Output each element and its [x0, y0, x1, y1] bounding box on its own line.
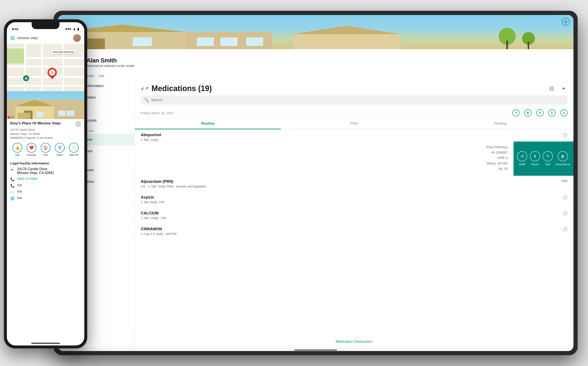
discontinue-icon: 🗑 — [558, 151, 568, 161]
med-item-alprazolam[interactable]: Alprazolam (PRN) 1/2 - 1 Tab / Daily PRN… — [135, 176, 573, 192]
legal-phone-row: 📞 (949) 273-5987 — [10, 177, 81, 181]
search-icon: 🔍 — [144, 98, 149, 102]
claim-button[interactable]: 🛡️ Claim — [55, 143, 65, 156]
med-search-input[interactable] — [151, 98, 564, 102]
facility-address-line2: Mission Viejo, Ca 92691 — [7, 132, 84, 136]
legal-email-row: ✉️ N/A — [10, 190, 81, 194]
signal-icon: ●●● — [65, 27, 71, 31]
med-search-area: 🔍 — [135, 96, 573, 107]
plus-icon[interactable]: + — [560, 85, 567, 92]
map-road — [7, 76, 84, 78]
legal-web: N/A — [17, 196, 22, 200]
svg-marker-1 — [16, 100, 54, 106]
tour-label: Tour — [43, 153, 48, 156]
claim-label: Claim — [56, 153, 63, 156]
aspirin-header: Aspirin 1 Tab /Daily -PM 🕐 — [141, 195, 567, 204]
resident-name: Alan Smith — [86, 57, 568, 64]
discontinue-button[interactable]: 🗑 Discontinue — [556, 151, 570, 166]
svg-rect-7 — [17, 113, 30, 119]
print-icon[interactable] — [548, 85, 556, 92]
expand-icon[interactable]: ↙↗ — [141, 86, 149, 91]
dollar-icon[interactable]: $ — [548, 109, 556, 116]
delete-icon[interactable]: 🗑 — [524, 109, 532, 116]
legal-phone[interactable]: (949) 273-5987 — [17, 177, 38, 180]
allopurinol-dose: 1 Tab / Daily — [141, 138, 161, 142]
tab-prn[interactable]: PRN — [281, 118, 427, 129]
resident-actions: Inactivate On Hold Fax — [58, 72, 573, 80]
allopurinol-detail: Rose Pharmacy Rx 1039507 Refill: 0 Stren… — [135, 142, 573, 176]
med-item-calcium[interactable]: CALCIUM 1 Tab / Daily - PM 🕐 — [135, 208, 573, 223]
calcium-name-area: CALCIUM 1 Tab / Daily - PM — [141, 211, 166, 220]
start-ap-button[interactable]: 📄 Start AP — [69, 143, 79, 156]
edit-med-button[interactable]: ✎ Edit — [543, 151, 553, 166]
medications-list: Allopurinol 1 Tab / Daily 🕐 Rose Pharmac… — [135, 129, 573, 336]
med-item-cinnamon[interactable]: CINNAMON 1 Cap 2 X Daily - AM-PM 🕐 — [135, 223, 573, 239]
legal-addr1: 24176 Carrillo Drive — [17, 167, 54, 171]
search-display: mission viejo — [17, 36, 71, 40]
refill-button[interactable]: ↺ Refill — [517, 151, 527, 166]
tab-floating[interactable]: Floating — [427, 118, 573, 129]
cinnamon-name-area: CINNAMON 1 Cap 2 X Daily - AM-PM — [141, 227, 177, 236]
aspirin-clock-icon: 🕐 — [563, 195, 567, 200]
svg-rect-5 — [58, 111, 66, 116]
alprazolam-dose: 1/2 - 1 Tab / Daily PRN - Anxiety and Ag… — [141, 184, 206, 188]
refresh-icon[interactable]: ↺ — [512, 109, 519, 116]
legal-email: N/A — [17, 190, 22, 193]
medication-destruction-link[interactable]: Medication Destruction — [336, 339, 373, 343]
svg-rect-18 — [220, 38, 237, 46]
map-pin-inner: 🏠 — [49, 69, 55, 76]
map-green-marker[interactable]: 🏠 — [23, 75, 29, 81]
legal-section: Legal Facility Information ▲ 24176 Carri… — [7, 159, 84, 205]
legal-section-title: Legal Facility Information — [10, 161, 81, 165]
legal-web-row: 🌐 N/A — [10, 196, 81, 200]
allopurinol-info: Rose Pharmacy Rx 1039507 Refill: 0 Stren… — [135, 142, 514, 176]
tab-routine[interactable]: Routine — [135, 118, 281, 129]
tablet-device: ‹ Residents ⊕ — [54, 11, 578, 355]
user-avatar[interactable] — [73, 34, 81, 42]
phone-time: 9:41 — [12, 27, 18, 31]
cinnamon-name: CINNAMON — [141, 227, 177, 231]
med-header-action-icons: + — [548, 85, 567, 92]
pause-med-icon: ⏸ — [530, 151, 540, 161]
close-button[interactable]: ✕ — [75, 121, 81, 127]
pause-med-button[interactable]: ⏸ Pause — [530, 151, 540, 166]
like-button[interactable]: 👍 Like — [12, 143, 22, 156]
web-icon: 🌐 — [10, 197, 15, 200]
allopurinol-header[interactable]: Allopurinol 1 Tab / Daily 🕐 — [135, 129, 573, 142]
pharmacy-name: Rose Pharmacy — [141, 145, 508, 150]
phone-frame: 9:41 ●●● ▲ ▮ mission viejo — [4, 19, 87, 349]
phone-status-icons: ●●● ▲ ▮ — [65, 27, 79, 31]
phone-device: 9:41 ●●● ▲ ▮ mission viejo — [4, 19, 87, 353]
menu-icon[interactable] — [10, 37, 15, 39]
strength: Streng: 100 MG — [141, 161, 508, 166]
phone-screen: 9:41 ●●● ▲ ▮ mission viejo — [7, 22, 84, 345]
location-icon: ▲ — [10, 168, 15, 171]
phone-search-bar: mission viejo — [7, 32, 84, 44]
pause-icon[interactable]: ⏸ — [536, 109, 543, 116]
tablet-screen: ‹ Residents ⊕ — [58, 15, 573, 351]
svg-rect-10 — [8, 117, 9, 119]
cinnamon-dose: 1 Cap 2 X Daily - AM-PM — [141, 232, 177, 236]
avatar-image — [73, 34, 81, 42]
like-icon: 👍 — [12, 143, 22, 153]
med-search-inner: 🔍 — [141, 96, 567, 105]
svg-rect-19 — [246, 38, 263, 46]
resident-profile: Alan Smith ADIVANTUS SENIOR CARE HOME — [58, 49, 573, 72]
medications-title: Medications (19) — [151, 84, 212, 93]
favorite-button[interactable]: ❤️ Favorite — [27, 143, 36, 156]
svg-rect-20 — [293, 34, 400, 49]
svg-rect-17 — [197, 38, 214, 46]
phone-map[interactable]: Montevideo Elementary 🏠 🏠 — [7, 44, 84, 91]
phone-icon: 📞 — [10, 177, 15, 181]
med-item-aspirin[interactable]: Aspirin 1 Tab /Daily -PM 🕐 — [135, 192, 573, 208]
facility-name-row: Emy's Place Of Mission Viejo ✕ — [7, 119, 84, 128]
tablet-home-indicator — [294, 350, 337, 351]
tour-button[interactable]: 🏠 Tour — [41, 143, 50, 156]
med-date-action-icons: ↺ 🗑 ⏸ $ ⊘ — [512, 109, 567, 116]
add-resident-button[interactable]: ⊕ — [562, 18, 570, 26]
facility-name: Emy's Place Of Mission Viejo — [10, 121, 61, 125]
fax-button[interactable]: Fax — [99, 74, 104, 78]
start-ap-label: Start AP — [69, 153, 78, 156]
edit-slash-icon[interactable]: ⊘ — [560, 109, 567, 116]
facility-image — [7, 91, 84, 119]
